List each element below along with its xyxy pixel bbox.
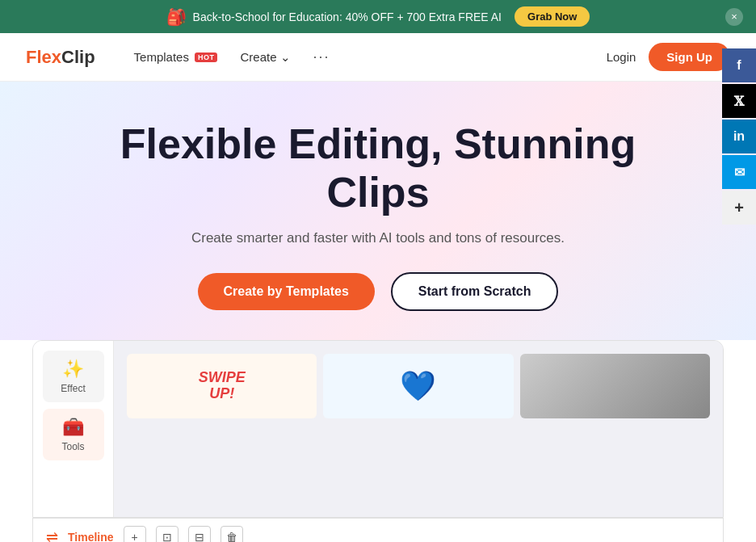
timeline-duplicate-button[interactable]: ⊟ <box>188 526 211 542</box>
banner-icon: 🎒 <box>166 7 187 27</box>
logo-clip: Clip <box>61 47 95 68</box>
effect-icon: ✨ <box>62 359 84 380</box>
nav-right: Login Sign Up <box>607 43 730 71</box>
effect-label: Effect <box>61 383 85 394</box>
tools-label: Tools <box>61 441 84 452</box>
email-button[interactable]: ✉ <box>722 155 756 189</box>
signup-button[interactable]: Sign Up <box>649 43 730 71</box>
hero-section: Flexible Editing, StunningClips Create s… <box>0 82 756 340</box>
timeline-icon: ⇌ <box>46 528 58 542</box>
preview-bottom: ⇌ Timeline + ⊡ ⊟ 🗑 <box>32 518 724 542</box>
canvas-card-heart: 💙 <box>323 354 513 418</box>
timeline-split-button[interactable]: ⊡ <box>156 526 178 542</box>
nav-create[interactable]: Create ⌄ <box>240 50 290 65</box>
start-from-scratch-button[interactable]: Start from Scratch <box>391 272 559 311</box>
grab-now-button[interactable]: Grab Now <box>514 6 590 27</box>
hero-heading: Flexible Editing, StunningClips <box>103 120 653 217</box>
linkedin-button[interactable]: in <box>722 120 756 153</box>
logo-flex: Flex <box>26 47 61 68</box>
create-by-templates-button[interactable]: Create by Templates <box>198 273 375 310</box>
logo[interactable]: FlexClip <box>26 47 95 68</box>
promo-banner: 🎒 Back-to-School for Education: 40% OFF … <box>0 0 756 33</box>
app-preview-wrapper: ✨ Effect 🧰 Tools SWIPEUP! 💙 ⇌ Timeline +… <box>0 340 756 542</box>
tools-tool[interactable]: 🧰 Tools <box>43 409 104 460</box>
swipe-text: SWIPEUP! <box>199 370 246 402</box>
tools-sidebar: ✨ Effect 🧰 Tools <box>33 341 114 517</box>
hero-subtext: Create smarter and faster with AI tools … <box>26 230 730 246</box>
heart-icon: 💙 <box>400 369 436 403</box>
twitter-button[interactable]: 𝕏 <box>722 84 756 118</box>
app-preview: ✨ Effect 🧰 Tools SWIPEUP! 💙 <box>32 340 724 518</box>
timeline-bar: ⇌ Timeline + ⊡ ⊟ 🗑 <box>33 518 723 542</box>
nav-templates[interactable]: Templates HOT <box>134 50 218 64</box>
banner-close-button[interactable]: × <box>725 8 743 26</box>
chevron-down-icon: ⌄ <box>280 50 291 65</box>
timeline-delete-button[interactable]: 🗑 <box>220 526 243 542</box>
more-social-button[interactable]: + <box>722 191 756 225</box>
hero-buttons: Create by Templates Start from Scratch <box>26 272 730 311</box>
canvas-area: SWIPEUP! 💙 <box>114 341 723 517</box>
banner-message: Back-to-School for Education: 40% OFF + … <box>193 11 502 23</box>
timeline-label: Timeline <box>68 531 114 542</box>
navbar: FlexClip Templates HOT Create ⌄ ··· Logi… <box>0 33 756 82</box>
social-sidebar: f 𝕏 in ✉ + <box>722 48 756 225</box>
nav-templates-label: Templates <box>134 50 189 64</box>
tools-icon: 🧰 <box>62 417 84 438</box>
nav-create-label: Create <box>240 50 276 64</box>
timeline-add-button[interactable]: + <box>124 526 146 542</box>
effect-tool[interactable]: ✨ Effect <box>43 351 104 402</box>
nav-links: Templates HOT Create ⌄ ··· <box>134 48 581 65</box>
facebook-button[interactable]: f <box>722 48 756 82</box>
hot-badge: HOT <box>195 53 218 62</box>
login-button[interactable]: Login <box>607 50 636 64</box>
banner-text-group: 🎒 Back-to-School for Education: 40% OFF … <box>166 7 502 27</box>
canvas-card-blur <box>520 354 710 418</box>
more-menu-icon[interactable]: ··· <box>313 48 330 65</box>
canvas-card-swipe: SWIPEUP! <box>127 354 317 418</box>
